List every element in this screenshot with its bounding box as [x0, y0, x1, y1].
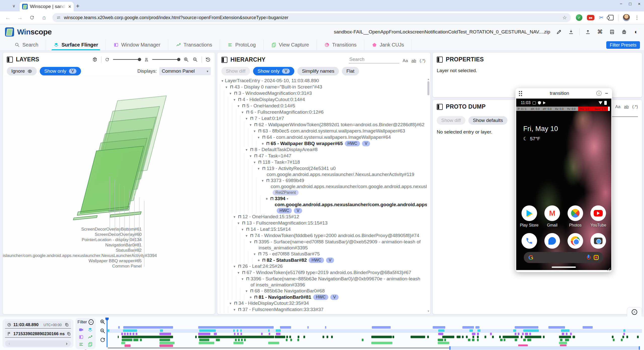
- tree-node[interactable]: ▼⊓64 - com.android.systemui.wallpapers.I…: [217, 134, 427, 141]
- resize-handle[interactable]: [607, 267, 611, 271]
- trace-segment[interactable]: [237, 329, 238, 332]
- tree-node[interactable]: ▼⊓3 - WindowedMagnification:0:31#3: [217, 90, 427, 97]
- trace-segment[interactable]: [472, 333, 475, 335]
- transition-screenshot-window[interactable]: transition i − 11:03 P: 0 / 1dX: 0.0dY: …: [515, 88, 612, 272]
- trace-segment[interactable]: [286, 336, 288, 338]
- book-icon[interactable]: [608, 28, 616, 36]
- trace-segment[interactable]: [235, 339, 237, 341]
- filter-spiral-icon[interactable]: [83, 349, 88, 350]
- show-only-button[interactable]: Show onlyV: [40, 67, 81, 75]
- bug-icon[interactable]: [620, 28, 628, 36]
- tree-node[interactable]: ▼⊓63 - 8fb0ec5 com.android.systemui.wall…: [217, 128, 427, 134]
- layer-label[interactable]: StatusBar#82: [3, 248, 142, 253]
- trace-segment[interactable]: [504, 339, 505, 341]
- play-icon[interactable]: [521, 205, 537, 221]
- trace-segment[interactable]: [123, 329, 137, 332]
- trace-segment[interactable]: [123, 326, 173, 329]
- trace-segment[interactable]: [297, 339, 299, 341]
- hierarchy-search-input[interactable]: [349, 56, 399, 63]
- trace-segment[interactable]: [303, 336, 305, 338]
- trace-segment[interactable]: [427, 336, 429, 338]
- spacing-slider[interactable]: [152, 59, 180, 60]
- filter-collapse-icon[interactable]: [89, 319, 94, 325]
- trace-segment[interactable]: [198, 326, 274, 329]
- tree-node[interactable]: ▼⊓37 - FullscreenMagnification:33:33#37: [217, 307, 427, 313]
- expand-arrow-icon[interactable]: ▼: [240, 109, 245, 115]
- filter-layers-icon[interactable]: [87, 327, 93, 332]
- timeline-row-view-capture[interactable]: [108, 342, 642, 344]
- layer-label[interactable]: PointerLocation - display 0#134: [3, 237, 142, 242]
- photos-icon[interactable]: [568, 205, 583, 221]
- expand-arrow-icon[interactable]: ▼: [248, 122, 253, 128]
- scroll-up-icon[interactable]: ▲: [427, 78, 430, 80]
- trace-segment[interactable]: [559, 342, 567, 344]
- trace-segment[interactable]: [233, 329, 235, 332]
- trace-segment[interactable]: [216, 339, 220, 341]
- tree-node[interactable]: ▼⊓7 - Leaf:0:1#7: [217, 115, 427, 122]
- trace-segment[interactable]: [392, 336, 394, 338]
- upload-icon[interactable]: [584, 28, 592, 36]
- lens-icon[interactable]: [594, 255, 599, 260]
- trace-segment[interactable]: [515, 339, 517, 341]
- tree-node[interactable]: ▼⊓67 - WindowToken{e5176f9 type=2019 and…: [217, 270, 427, 276]
- trace-segment[interactable]: [121, 333, 123, 335]
- trace-segment[interactable]: [289, 336, 291, 338]
- trace-segment[interactable]: [298, 336, 299, 338]
- cam-icon[interactable]: [590, 233, 606, 249]
- trace-segment[interactable]: [529, 333, 531, 335]
- collapse-panel-icon[interactable]: [437, 104, 443, 110]
- trace-segment[interactable]: [522, 333, 524, 335]
- scissors-extension-icon[interactable]: ✂: [599, 15, 603, 21]
- tree-node[interactable]: ▼⊓75 - ed70f88 StatusBar#75: [217, 251, 427, 257]
- trace-segment[interactable]: [199, 329, 216, 332]
- trace-segment[interactable]: [238, 339, 240, 341]
- app-yt[interactable]: YouTube: [588, 205, 608, 228]
- expand-arrow-icon[interactable]: ▼: [244, 233, 249, 239]
- expand-arrow-icon[interactable]: ▼: [252, 251, 257, 257]
- trace-segment[interactable]: [433, 326, 445, 329]
- show-diff-button[interactable]: Show diff: [221, 67, 250, 75]
- trace-segment[interactable]: [613, 339, 615, 341]
- trace-segment[interactable]: [133, 333, 134, 335]
- trace-segment[interactable]: [268, 342, 279, 344]
- trace-segment[interactable]: [523, 329, 539, 332]
- expand-arrow-icon[interactable]: ▼: [252, 128, 257, 134]
- trace-segment[interactable]: [124, 333, 126, 335]
- expand-arrow-icon[interactable]: ▼: [240, 226, 245, 233]
- trace-segment[interactable]: [276, 329, 281, 332]
- layer-label[interactable]: NavigationBar0#81: [3, 242, 142, 248]
- trace-segment[interactable]: [573, 336, 575, 338]
- tab-search-caret-icon[interactable]: ∨: [10, 2, 18, 10]
- trace-segment[interactable]: [240, 333, 242, 335]
- layer-label[interactable]: islauncher/com.google.android.apps.nexus…: [3, 253, 142, 258]
- trace-segment[interactable]: [244, 339, 246, 341]
- trace-segment[interactable]: [500, 339, 503, 341]
- timeline-canvas[interactable]: [108, 318, 642, 349]
- tree-node[interactable]: ▼⊓47 - Task=1#47: [217, 153, 427, 159]
- trace-segment[interactable]: [108, 329, 109, 332]
- browser-tab[interactable]: Winscope | sandbox-FAIL ×: [20, 2, 74, 11]
- trace-segment[interactable]: [159, 342, 175, 344]
- trace-segment[interactable]: [438, 333, 443, 335]
- expand-arrow-icon[interactable]: ▼: [236, 103, 241, 109]
- trace-segment[interactable]: [515, 333, 516, 335]
- trace-segment[interactable]: [472, 336, 474, 338]
- layer-strip[interactable]: [73, 215, 98, 220]
- tree-node[interactable]: ▼⊓118 - Task=7#118: [217, 159, 427, 165]
- trace-segment[interactable]: [623, 333, 625, 335]
- trace-segment[interactable]: [325, 326, 326, 329]
- trace-segment[interactable]: [159, 339, 170, 341]
- trace-segment[interactable]: [122, 336, 173, 338]
- trace-segment[interactable]: [159, 344, 173, 347]
- match-case-icon[interactable]: Aa: [615, 104, 621, 109]
- expand-arrow-icon[interactable]: ▼: [220, 78, 225, 84]
- expand-arrow-icon[interactable]: ▼: [236, 220, 241, 226]
- trace-segment[interactable]: [275, 336, 285, 338]
- expand-arrow-icon[interactable]: ▼: [228, 300, 233, 307]
- expand-arrow-icon[interactable]: ▼: [248, 239, 253, 245]
- expand-arrow-icon[interactable]: ▼: [260, 178, 265, 184]
- home-icon[interactable]: ⌂: [40, 13, 48, 22]
- timeline-reset-zoom-icon[interactable]: [100, 337, 106, 343]
- trace-segment[interactable]: [548, 326, 565, 329]
- trace-segment[interactable]: [462, 336, 464, 338]
